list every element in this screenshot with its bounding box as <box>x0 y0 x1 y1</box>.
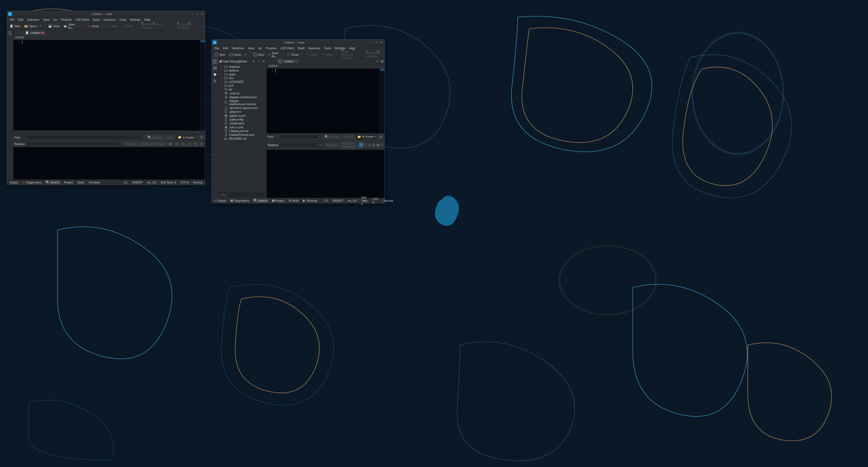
status-terminal[interactable]: ▶Terminal <box>302 198 318 203</box>
menu-selection[interactable]: Selection <box>26 18 41 22</box>
tree-folder[interactable]: ›3rdparty <box>218 65 267 69</box>
close-button[interactable]: ⊘Close <box>85 23 101 29</box>
tree-folder[interactable]: ›apps <box>218 72 267 76</box>
menu-lsp-client[interactable]: LSP Client <box>74 18 91 22</box>
menu-sessions[interactable]: Sessions <box>307 46 322 50</box>
replace-button[interactable]: Replace <box>122 142 138 146</box>
replace-input[interactable]: ▾ <box>26 142 122 146</box>
menu-view[interactable]: View <box>41 18 51 22</box>
close-tab-button[interactable]: ✕ <box>295 60 297 63</box>
status-output[interactable]: Output <box>9 181 19 184</box>
opt-button-3[interactable]: □ <box>186 142 192 146</box>
save-as-button[interactable]: Save As... <box>62 22 82 30</box>
minimize-button[interactable]: − <box>190 12 194 16</box>
chevron-down-icon[interactable]: ▾ <box>40 25 41 27</box>
close-project-button[interactable]: ⊘ <box>261 59 265 63</box>
search-button[interactable]: 🔍Search <box>145 135 164 140</box>
menu-lsp-client[interactable]: LSP Client <box>278 46 296 50</box>
menu-go[interactable]: Go <box>256 46 264 50</box>
open-button[interactable]: Open...▾ <box>227 52 248 57</box>
redo-button[interactable]: ↷Redo <box>120 23 135 29</box>
tree-folder[interactable]: ›LICENSES <box>218 80 267 84</box>
project-selector[interactable]: ▦kate-Debug@kate ▾ ⤢ ⊘ <box>218 58 267 64</box>
file-tree[interactable]: ›3rdparty›addons›apps›doc›LICENSES›pch›p… <box>218 64 267 192</box>
tree-file[interactable]: .kateconfig <box>218 118 267 121</box>
chevron-down-icon[interactable]: ▾ <box>375 135 376 138</box>
git-sidebar-tab[interactable] <box>212 71 218 78</box>
opt-button-3[interactable]: ▢ <box>372 143 375 148</box>
opt-button-1[interactable]: □ <box>174 142 180 146</box>
menu-build[interactable]: Build <box>91 18 101 22</box>
match-case-button[interactable]: Aᵃ <box>168 142 173 146</box>
tree-folder[interactable]: ›po <box>218 87 267 91</box>
expand-chevron-icon[interactable]: › <box>221 69 223 72</box>
opt-button-2[interactable]: ▭ <box>368 143 371 148</box>
minimize-button[interactable]: − <box>370 41 374 44</box>
find-input[interactable]: ▾ <box>26 135 145 139</box>
tab-next-button[interactable]: › <box>272 58 276 64</box>
toggle-options-button[interactable]: ⟳ <box>199 135 204 140</box>
status-output[interactable]: ▷Output <box>213 198 227 203</box>
undo-button[interactable]: ↶Undo <box>104 23 119 29</box>
menu-edit[interactable]: Edit <box>221 46 230 50</box>
replace-checked-button[interactable]: Replace Checked <box>340 141 359 149</box>
status-locale[interactable]: en_US <box>347 199 358 203</box>
prev-location-button[interactable]: Go to Previous Location <box>138 22 173 30</box>
expand-chevron-icon[interactable]: › <box>221 65 223 68</box>
status-lang[interactable]: Normal <box>192 181 204 184</box>
tree-folder[interactable]: ›addons <box>218 69 267 72</box>
filter-input[interactable] <box>219 193 265 197</box>
status-encoding[interactable]: UTF-8 <box>372 197 380 204</box>
menu-go[interactable]: Go <box>52 18 59 22</box>
close-window-button[interactable]: ✕ <box>380 41 383 44</box>
split-view-button[interactable]: ▤ <box>380 58 384 64</box>
next-location-button[interactable]: Go to Next Location <box>174 22 204 30</box>
titlebar[interactable]: K Untitled — Kate − □ ✕ <box>7 11 205 17</box>
status-diagnostics[interactable]: ⚠Diagnostics <box>22 180 42 184</box>
next-button[interactable]: Next <box>165 135 176 140</box>
status-project[interactable]: Project <box>63 181 74 184</box>
status-lang[interactable]: Normal <box>382 199 394 203</box>
documents-sidebar-tab[interactable] <box>7 30 13 36</box>
tree-folder[interactable]: ›doc <box>218 76 267 80</box>
menu-file[interactable]: File <box>213 46 221 50</box>
save-button[interactable]: Save <box>46 23 61 29</box>
history-icon[interactable]: ⟲ <box>317 144 320 146</box>
replace-input[interactable]: ⟲▾ <box>279 143 323 147</box>
scroll-left-button[interactable]: ◂ <box>193 130 196 134</box>
expand-chevron-icon[interactable]: › <box>221 88 223 91</box>
expand-chevron-icon[interactable]: › <box>221 84 223 87</box>
expand-icon[interactable]: ⤢ <box>257 59 260 63</box>
prev-location-button[interactable]: Go to Previous Location <box>338 49 362 60</box>
status-mode[interactable]: INSERT <box>131 181 144 184</box>
tab-next-button[interactable]: › <box>18 30 23 36</box>
status-tabs[interactable]: Soft Tabs: 4 <box>160 181 177 184</box>
open-button[interactable]: Open...▾ <box>23 23 43 29</box>
menu-selection[interactable]: Selection <box>230 46 246 50</box>
tree-folder[interactable]: ›pch <box>218 84 267 87</box>
search-scope-select[interactable]: 📁In Folder▾ <box>356 134 377 139</box>
tab-prev-button[interactable]: ‹ <box>267 58 272 64</box>
editor[interactable]: 1 <box>267 69 384 133</box>
symbols-sidebar-tab[interactable] <box>212 78 218 84</box>
save-as-button[interactable]: Save As... <box>267 51 281 59</box>
projects-sidebar-tab[interactable] <box>212 58 218 65</box>
expand-chevron-icon[interactable]: › <box>221 77 223 80</box>
chevron-down-icon[interactable]: ▾ <box>196 136 197 138</box>
menu-edit[interactable]: Edit <box>17 18 25 22</box>
editor[interactable]: 1 <box>13 40 205 130</box>
editor-tab[interactable]: Untitled ✕ <box>276 59 300 64</box>
menu-settings[interactable]: Settings <box>128 18 142 22</box>
status-tabs[interactable]: Soft Tabs: 4 <box>360 195 369 206</box>
maximize-button[interactable]: □ <box>195 12 199 16</box>
status-locale[interactable]: en_US <box>146 181 157 184</box>
new-button[interactable]: New <box>213 52 227 57</box>
tree-file[interactable]: .flatpak-manifest.json.license <box>218 99 267 106</box>
next-location-button[interactable]: Go to Next Location <box>363 51 383 59</box>
menu-projects[interactable]: Projects <box>264 46 278 50</box>
status-search[interactable]: 🔍Search <box>253 198 268 203</box>
search-scope-select[interactable]: 📁In Folder▾ <box>177 135 198 140</box>
chevron-down-icon[interactable]: ▾ <box>252 59 256 63</box>
opt-button-1[interactable]: □ <box>364 143 367 148</box>
status-project[interactable]: ▦Project <box>271 198 285 203</box>
